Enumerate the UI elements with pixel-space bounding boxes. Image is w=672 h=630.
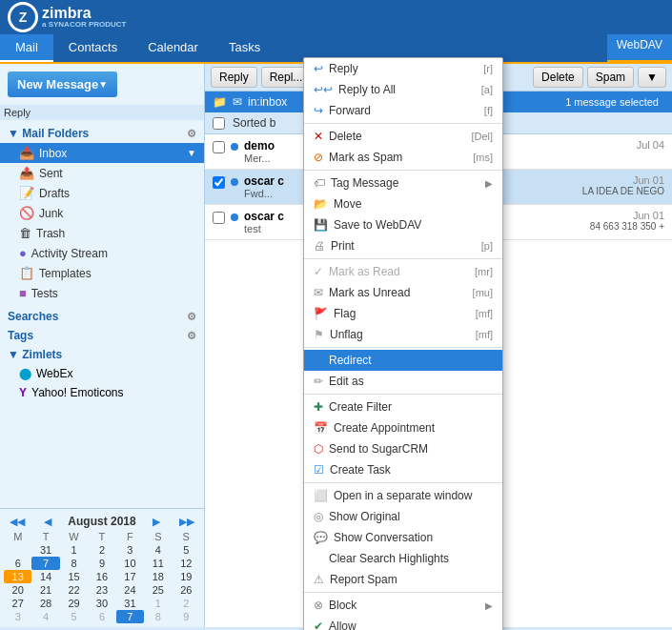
ctx-delete-label: Delete [329, 130, 362, 143]
ctx-reply-all-label: Reply to All [338, 83, 396, 96]
ctx-appt-label: Create Appointment [334, 421, 435, 435]
ctx-report-label: Report Spam [330, 573, 397, 586]
ctx-task-label: Create Task [330, 463, 391, 477]
ctx-item-flag[interactable]: 🚩 Flag [mf] [304, 303, 502, 324]
ctx-forward-shortcut: [f] [484, 105, 493, 116]
reply-all-icon: ↩↩ [314, 83, 333, 96]
ctx-sugar-label: Send to SugarCRM [329, 442, 428, 456]
window-icon: ⬜ [314, 489, 328, 502]
sugar-icon: ⬡ [314, 442, 323, 456]
delete-icon: ✕ [314, 130, 323, 143]
ctx-item-spam[interactable]: ⊘ Mark as Spam [ms] [304, 147, 502, 168]
ctx-block-arrow: ▶ [485, 600, 493, 611]
reply-icon: ↩ [314, 62, 323, 75]
ctx-item-sugar[interactable]: ⬡ Send to SugarCRM [304, 438, 502, 459]
edit-icon: ✏ [314, 375, 323, 388]
ctx-item-save-webdav[interactable]: 💾 Save to WebDAV [304, 214, 502, 235]
ctx-item-forward[interactable]: ↪ Forward [f] [304, 100, 502, 121]
ctx-print-shortcut: [p] [481, 240, 493, 252]
context-menu: ↩ Reply [r] ↩↩ Reply to All [a] ↪ Forwar… [303, 57, 503, 630]
ctx-item-task[interactable]: ☑ Create Task [304, 459, 502, 480]
filter-icon: ✚ [314, 400, 323, 414]
ctx-sep-5 [304, 394, 502, 395]
ctx-sep-6 [304, 482, 502, 483]
ctx-item-mark-read: ✓ Mark as Read [mr] [304, 261, 502, 282]
ctx-item-clear[interactable]: Clear Search Highlights [304, 548, 502, 569]
ctx-mark-read-label: Mark as Read [329, 265, 400, 278]
ctx-redirect-label: Redirect [329, 354, 372, 367]
ctx-mark-unread-label: Mark as Unread [329, 286, 410, 299]
flag-icon: 🚩 [314, 307, 328, 320]
ctx-item-filter[interactable]: ✚ Create Filter [304, 396, 502, 417]
ctx-item-reply-all[interactable]: ↩↩ Reply to All [a] [304, 79, 502, 100]
forward-icon: ↪ [314, 104, 323, 117]
ctx-unflag-label: Unflag [330, 328, 363, 341]
save-icon: 💾 [314, 218, 328, 232]
ctx-window-label: Open in a separate window [334, 489, 472, 502]
ctx-item-tag[interactable]: 🏷 Tag Message ▶ [304, 173, 502, 193]
ctx-item-appt[interactable]: 📅 Create Appointment [304, 417, 502, 438]
ctx-reply-all-shortcut: [a] [481, 84, 493, 95]
ctx-reply-shortcut: [r] [483, 63, 493, 74]
ctx-item-window[interactable]: ⬜ Open in a separate window [304, 485, 502, 506]
ctx-allow-label: Allow [329, 620, 356, 630]
context-menu-overlay[interactable]: ↩ Reply [r] ↩↩ Reply to All [a] ↪ Forwar… [0, 0, 672, 630]
report-icon: ⚠ [314, 573, 324, 586]
redirect-icon: ↗ [314, 354, 323, 367]
ctx-flag-label: Flag [334, 307, 356, 320]
ctx-sep-4 [304, 347, 502, 348]
ctx-item-unflag[interactable]: ⚑ Unflag [mf] [304, 324, 502, 345]
ctx-spam-shortcut: [ms] [473, 152, 493, 163]
ctx-filter-label: Create Filter [329, 400, 392, 414]
ctx-edit-label: Edit as [329, 375, 364, 388]
ctx-print-label: Print [331, 239, 355, 253]
appt-icon: 📅 [314, 421, 328, 435]
print-icon: 🖨 [314, 239, 325, 253]
ctx-tag-label: Tag Message [331, 176, 398, 190]
ctx-sep-2 [304, 170, 502, 171]
ctx-original-label: Show Original [329, 510, 400, 523]
ctx-tag-arrow: ▶ [485, 178, 493, 189]
ctx-forward-label: Forward [329, 104, 371, 117]
ctx-reply-label: Reply [329, 62, 358, 75]
ctx-mark-read-shortcut: [mr] [475, 266, 493, 277]
allow-icon: ✔ [314, 620, 323, 630]
ctx-item-reply[interactable]: ↩ Reply [r] [304, 58, 502, 79]
ctx-item-delete[interactable]: ✕ Delete [Del] [304, 126, 502, 147]
tag-icon: 🏷 [314, 176, 325, 190]
ctx-sep-1 [304, 123, 502, 124]
ctx-item-original[interactable]: ◎ Show Original [304, 506, 502, 527]
ctx-sep-7 [304, 592, 502, 593]
ctx-unflag-shortcut: [mf] [476, 329, 493, 340]
ctx-sep-3 [304, 258, 502, 259]
ctx-mark-unread-shortcut: [mu] [473, 287, 493, 298]
ctx-move-label: Move [334, 197, 361, 211]
ctx-clear-label: Clear Search Highlights [329, 552, 449, 565]
ctx-item-mark-unread[interactable]: ✉ Mark as Unread [mu] [304, 282, 502, 303]
ctx-item-print[interactable]: 🖨 Print [p] [304, 235, 502, 256]
unflag-icon: ⚑ [314, 328, 324, 341]
spam-icon: ⊘ [314, 151, 323, 164]
ctx-convo-label: Show Conversation [334, 531, 433, 544]
ctx-item-report[interactable]: ⚠ Report Spam [304, 569, 502, 590]
ctx-item-move[interactable]: 📂 Move [304, 193, 502, 214]
ctx-item-redirect[interactable]: ↗ Redirect [304, 350, 502, 371]
ctx-save-label: Save to WebDAV [334, 218, 421, 232]
mark-read-icon: ✓ [314, 265, 323, 278]
block-icon: ⊗ [314, 599, 323, 612]
ctx-block-label: Block [329, 599, 356, 612]
task-icon: ☑ [314, 463, 324, 477]
original-icon: ◎ [314, 510, 323, 523]
move-icon: 📂 [314, 197, 328, 211]
ctx-flag-shortcut: [mf] [476, 308, 493, 319]
mark-unread-icon: ✉ [314, 286, 323, 299]
convo-icon: 💬 [314, 531, 328, 544]
ctx-item-allow[interactable]: ✔ Allow [304, 616, 502, 630]
ctx-item-block[interactable]: ⊗ Block ▶ [304, 595, 502, 616]
ctx-delete-shortcut: [Del] [471, 131, 493, 142]
ctx-item-edit-as[interactable]: ✏ Edit as [304, 371, 502, 392]
ctx-spam-label: Mark as Spam [329, 151, 402, 164]
ctx-item-convo[interactable]: 💬 Show Conversation [304, 527, 502, 548]
clear-icon [314, 552, 323, 565]
